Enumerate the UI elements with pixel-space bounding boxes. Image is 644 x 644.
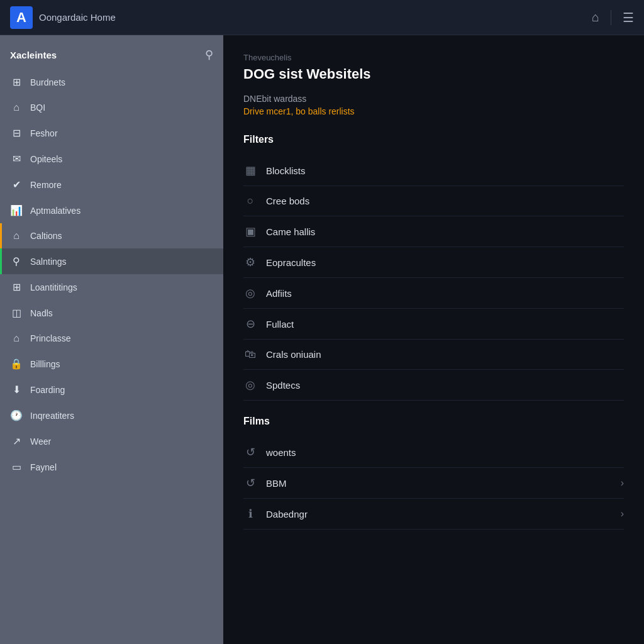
bqi-icon: ⌂ xyxy=(10,102,23,113)
sidebar-title: Xacleintes xyxy=(10,50,57,60)
salntings-icon: ⚲ xyxy=(10,255,23,267)
nav-divider xyxy=(611,10,611,25)
dabedngr-chevron-icon: › xyxy=(621,508,624,519)
nadls-icon: ◫ xyxy=(10,307,23,319)
sidebar-item-faynel[interactable]: ▭ Faynel xyxy=(0,454,223,480)
crals-oniuain-label: Crals oniuain xyxy=(266,349,321,360)
cree-bods-icon: ○ xyxy=(243,194,257,208)
sidebar-search-icon[interactable]: ⚲ xyxy=(205,48,213,62)
sidebar-item-nadls[interactable]: ◫ Nadls xyxy=(0,300,223,326)
film-woents[interactable]: ↺ woents xyxy=(243,437,624,468)
sidebar-item-inqreatiters[interactable]: 🕐 Inqreatiters xyxy=(0,402,223,428)
remore-label: Remore xyxy=(30,180,62,190)
adfiits-icon: ◎ xyxy=(243,286,257,300)
sidebar-item-loantititings[interactable]: ⊞ Loantititings xyxy=(0,274,223,300)
content-area: Theveuchelis DOG sist Websitels DNEbit w… xyxy=(223,35,644,644)
loantititings-label: Loantititings xyxy=(30,282,77,292)
sidebar-item-princlasse[interactable]: ⌂ Princlasse xyxy=(0,326,223,351)
woents-label: woents xyxy=(266,447,296,458)
filter-came-hallis[interactable]: ▣ Came hallis xyxy=(243,216,624,247)
logo-area: A Oongardaic Home xyxy=(10,6,116,29)
woents-icon: ↺ xyxy=(243,445,257,459)
burdnets-label: Burdnets xyxy=(30,77,65,87)
dabedngr-icon: ℹ xyxy=(243,507,257,521)
filter-fullact[interactable]: ⊖ Fullact xyxy=(243,309,624,340)
films-section-title: Films xyxy=(243,416,624,427)
foarding-label: Foarding xyxy=(30,385,65,395)
aptmalatives-label: Aptmalatives xyxy=(30,206,80,216)
top-navigation: A Oongardaic Home ⌂ ☰ xyxy=(0,0,644,35)
billlings-icon: 🔒 xyxy=(10,358,23,370)
sidebar-item-feshor[interactable]: ⊟ Feshor xyxy=(0,120,223,146)
page-title: DOG sist Websitels xyxy=(243,66,624,82)
princlasse-icon: ⌂ xyxy=(10,333,23,344)
dabedngr-label: Dabedngr xyxy=(266,509,308,519)
breadcrumb: Theveuchelis xyxy=(243,53,624,62)
fullact-icon: ⊖ xyxy=(243,317,257,331)
filters-section-title: Filters xyxy=(243,134,624,145)
sidebar-item-salntings[interactable]: ⚲ Salntings xyxy=(0,248,223,274)
app-name: Oongardaic Home xyxy=(39,12,116,23)
caltions-icon: ⌂ xyxy=(10,230,23,242)
sidebar-item-opiteels[interactable]: ✉ Opiteels xyxy=(0,146,223,172)
sidebar-item-burdnets[interactable]: ⊞ Burdnets xyxy=(0,69,223,95)
adfiits-label: Adfiits xyxy=(266,288,292,299)
filter-crals-oniuain[interactable]: 🛍 Crals oniuain xyxy=(243,340,624,370)
filter-cree-bods[interactable]: ○ Cree bods xyxy=(243,186,624,216)
burdnets-icon: ⊞ xyxy=(10,76,23,88)
spdtecs-icon: ◎ xyxy=(243,378,257,392)
cree-bods-label: Cree bods xyxy=(266,196,309,206)
sidebar-item-remore[interactable]: ✔ Remore xyxy=(0,172,223,197)
weer-label: Weer xyxy=(30,436,51,447)
eopracultes-label: Eopracultes xyxy=(266,257,316,268)
inqreatiters-icon: 🕐 xyxy=(10,409,23,421)
inqreatiters-label: Inqreatiters xyxy=(30,411,74,421)
menu-icon[interactable]: ☰ xyxy=(623,10,634,25)
opiteels-icon: ✉ xyxy=(10,153,23,165)
filter-adfiits[interactable]: ◎ Adfiits xyxy=(243,278,624,309)
film-bbm[interactable]: ↺ BBM › xyxy=(243,468,624,499)
content-description: DNEbit wardass xyxy=(243,94,624,104)
film-dabedngr[interactable]: ℹ Dabedngr › xyxy=(243,499,624,530)
spdtecs-label: Spdtecs xyxy=(266,380,300,391)
logo-icon: A xyxy=(10,6,33,29)
salntings-label: Salntings xyxy=(30,257,67,267)
eopracultes-icon: ⚙ xyxy=(243,255,257,269)
feshor-icon: ⊟ xyxy=(10,127,23,139)
nadls-label: Nadls xyxy=(30,308,53,318)
faynel-label: Faynel xyxy=(30,462,57,472)
filter-blocklists[interactable]: ▦ Blocklists xyxy=(243,155,624,186)
blocklists-label: Blocklists xyxy=(266,165,306,176)
sidebar-item-bqi[interactable]: ⌂ BQI xyxy=(0,95,223,120)
bbm-chevron-icon: › xyxy=(621,477,624,489)
aptmalatives-icon: 📊 xyxy=(10,204,23,216)
sidebar-item-billlings[interactable]: 🔒 Billlings xyxy=(0,351,223,377)
billlings-label: Billlings xyxy=(30,359,60,369)
home-icon[interactable]: ⌂ xyxy=(592,10,599,25)
sidebar-item-foarding[interactable]: ⬇ Foarding xyxy=(0,377,223,402)
remore-icon: ✔ xyxy=(10,179,23,191)
sidebar-item-caltions[interactable]: ⌂ Caltions xyxy=(0,223,223,248)
feshor-label: Feshor xyxy=(30,128,58,138)
filter-spdtecs[interactable]: ◎ Spdtecs xyxy=(243,370,624,401)
filter-eopracultes[interactable]: ⚙ Eopracultes xyxy=(243,247,624,278)
came-hallis-icon: ▣ xyxy=(243,225,257,238)
main-layout: Xacleintes ⚲ ⊞ Burdnets ⌂ BQI ⊟ Feshor ✉… xyxy=(0,35,644,644)
weer-icon: ↗ xyxy=(10,435,23,447)
blocklists-icon: ▦ xyxy=(243,164,257,177)
sidebar-item-aptmalatives[interactable]: 📊 Aptmalatives xyxy=(0,197,223,223)
topnav-right: ⌂ ☰ xyxy=(592,10,634,25)
opiteels-label: Opiteels xyxy=(30,154,62,164)
films-section: Films ↺ woents ↺ BBM › ℹ Dabedngr › xyxy=(243,416,624,530)
fullact-label: Fullact xyxy=(266,319,294,330)
content-link[interactable]: Drive mcer1, bo balls rerlists xyxy=(243,106,624,116)
sidebar-item-weer[interactable]: ↗ Weer xyxy=(0,428,223,454)
caltions-label: Caltions xyxy=(30,231,62,241)
faynel-icon: ▭ xyxy=(10,461,23,473)
princlasse-label: Princlasse xyxy=(30,333,71,343)
sidebar: Xacleintes ⚲ ⊞ Burdnets ⌂ BQI ⊟ Feshor ✉… xyxy=(0,35,223,644)
crals-oniuain-icon: 🛍 xyxy=(243,348,257,361)
bbm-icon: ↺ xyxy=(243,476,257,490)
sidebar-header: Xacleintes ⚲ xyxy=(0,43,223,69)
foarding-icon: ⬇ xyxy=(10,384,23,396)
